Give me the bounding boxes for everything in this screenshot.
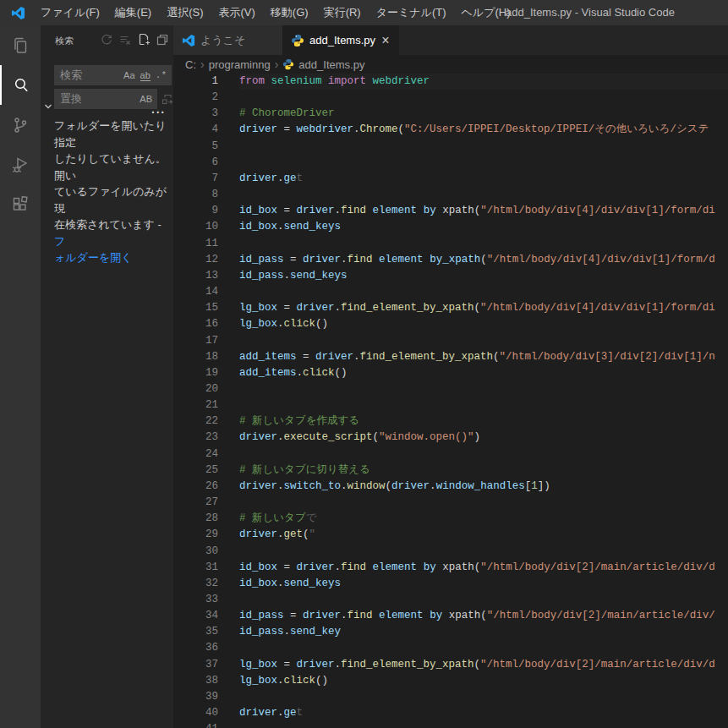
code-line[interactable]: 8 (173, 187, 728, 203)
line-number[interactable]: 19 (173, 365, 218, 381)
code-line[interactable]: 27 (173, 495, 728, 511)
line-number[interactable]: 4 (173, 122, 218, 138)
code-line[interactable]: 6 (173, 155, 728, 171)
menu-item[interactable]: 選択(S) (159, 0, 211, 25)
line-number[interactable]: 22 (173, 413, 218, 430)
code-line[interactable]: 40driver.get (173, 705, 728, 721)
line-number[interactable]: 13 (173, 268, 218, 284)
line-number[interactable]: 12 (173, 252, 218, 268)
open-folder-link[interactable]: フ (54, 235, 65, 248)
line-number[interactable]: 15 (173, 300, 218, 316)
code-line[interactable]: 34id_pass = driver.find element by xpath… (173, 608, 728, 624)
line-number[interactable]: 7 (173, 171, 218, 187)
code-line[interactable]: 12id_pass = driver.find element by_xpath… (173, 252, 728, 268)
code-line[interactable]: 19add_items.click() (173, 365, 728, 381)
code-line[interactable]: 18add_items = driver.find_element_by_xpa… (173, 349, 728, 365)
code-line[interactable]: 21 (173, 397, 728, 413)
code-line[interactable]: 30 (173, 544, 728, 560)
line-number[interactable]: 30 (173, 544, 218, 560)
extensions-icon[interactable] (0, 184, 41, 224)
breadcrumb-item-file[interactable]: add_Items.py (298, 58, 364, 71)
run-debug-icon[interactable] (0, 145, 41, 184)
menu-item[interactable]: 移動(G) (263, 0, 316, 25)
line-number[interactable]: 24 (173, 446, 218, 463)
tab-add-items-py[interactable]: add_Items.py × (282, 25, 399, 55)
line-number[interactable]: 6 (173, 155, 218, 171)
code-line[interactable]: 4driver = webdriver.Chrome("C:/Users/IPP… (173, 122, 728, 138)
menu-item[interactable]: 実行(R) (316, 0, 369, 25)
line-number[interactable]: 10 (173, 219, 218, 235)
line-number[interactable]: 27 (173, 495, 218, 511)
line-number[interactable]: 3 (173, 106, 218, 122)
menu-item[interactable]: 表示(V) (211, 0, 263, 25)
breadcrumb-item-drive[interactable]: C: (185, 58, 196, 71)
line-number[interactable]: 37 (173, 657, 218, 673)
code-line[interactable]: 41 (173, 721, 728, 728)
regex-icon[interactable]: .* (156, 70, 167, 80)
line-number[interactable]: 25 (173, 463, 218, 479)
code-line[interactable]: 9id_box = driver.find element by xpath("… (173, 203, 728, 219)
code-line[interactable]: 20 (173, 381, 728, 397)
line-number[interactable]: 14 (173, 284, 218, 300)
code-line[interactable]: 17 (173, 333, 728, 349)
code-line[interactable]: 13id_pass.send_keys (173, 268, 728, 284)
code-line[interactable]: 2 (173, 90, 728, 106)
menu-item[interactable]: ターミナル(T) (369, 0, 454, 25)
menu-item[interactable]: ファイル(F) (33, 0, 107, 25)
search-icon[interactable] (0, 65, 41, 105)
line-number[interactable]: 8 (173, 187, 218, 203)
code-line[interactable]: 11 (173, 236, 728, 252)
close-icon[interactable]: × (380, 34, 391, 47)
line-number[interactable]: 38 (173, 673, 218, 689)
code-line[interactable]: 33 (173, 592, 728, 608)
code-line[interactable]: 28# 新しいタブで (173, 511, 728, 527)
line-number[interactable]: 2 (173, 90, 218, 106)
more-actions-icon[interactable]: ··· (151, 107, 166, 118)
line-number[interactable]: 23 (173, 430, 218, 446)
code-line[interactable]: 5 (173, 139, 728, 155)
source-control-icon[interactable] (0, 105, 41, 145)
open-folder-link[interactable]: ォルダーを開く (54, 251, 133, 264)
line-number[interactable]: 18 (173, 349, 218, 365)
code-line[interactable]: 15lg_box = driver.find_element_by_xpath(… (173, 300, 728, 316)
code-line[interactable]: 39 (173, 689, 728, 705)
code-line[interactable]: 10id_box.send_keys (173, 219, 728, 235)
code-area[interactable]: 1from selenium import webdriver23# Choro… (173, 74, 728, 728)
refresh-icon[interactable] (99, 32, 113, 47)
line-number[interactable]: 36 (173, 640, 218, 656)
code-line[interactable]: 31id_box = driver.find element by xpath(… (173, 560, 728, 576)
line-number[interactable]: 41 (173, 721, 218, 728)
line-number[interactable]: 28 (173, 511, 218, 527)
new-search-editor-icon[interactable] (136, 32, 151, 47)
line-number[interactable]: 21 (173, 397, 218, 413)
code-line[interactable]: 29driver.get(" (173, 527, 728, 543)
code-line[interactable]: 16lg_box.click() (173, 316, 728, 332)
preserve-case-icon[interactable]: AB (140, 94, 152, 104)
open-in-editor-icon[interactable] (155, 32, 169, 47)
line-number[interactable]: 31 (173, 560, 218, 576)
menu-item[interactable]: 編集(E) (107, 0, 159, 25)
code-line[interactable]: 38lg_box.click() (173, 673, 728, 689)
code-line[interactable]: 1from selenium import webdriver (173, 74, 728, 90)
replace-all-icon[interactable] (161, 92, 174, 106)
line-number[interactable]: 35 (173, 624, 218, 640)
code-line[interactable]: 23driver.execute_script("window.open()") (173, 430, 728, 446)
line-number[interactable]: 29 (173, 527, 218, 543)
code-line[interactable]: 26driver.switch_to.window(driver.window_… (173, 479, 728, 495)
line-number[interactable]: 39 (173, 689, 218, 705)
replace-input[interactable]: 置換 AB (54, 89, 157, 109)
match-case-icon[interactable]: Aa (123, 70, 134, 80)
code-line[interactable]: 25# 新しいタブに切り替える (173, 463, 728, 479)
code-line[interactable]: 24 (173, 446, 728, 463)
line-number[interactable]: 26 (173, 479, 218, 495)
line-number[interactable]: 9 (173, 203, 218, 219)
line-number[interactable]: 1 (173, 74, 218, 90)
code-line[interactable]: 3# ChoromeDriver (173, 106, 728, 122)
line-number[interactable]: 40 (173, 705, 218, 721)
line-number[interactable]: 11 (173, 236, 218, 252)
line-number[interactable]: 17 (173, 333, 218, 349)
line-number[interactable]: 5 (173, 139, 218, 155)
tab-welcome[interactable]: ようこそ (173, 25, 282, 55)
whole-word-icon[interactable]: ab (140, 70, 151, 81)
code-line[interactable]: 22# 新しいタブを作成する (173, 413, 728, 430)
